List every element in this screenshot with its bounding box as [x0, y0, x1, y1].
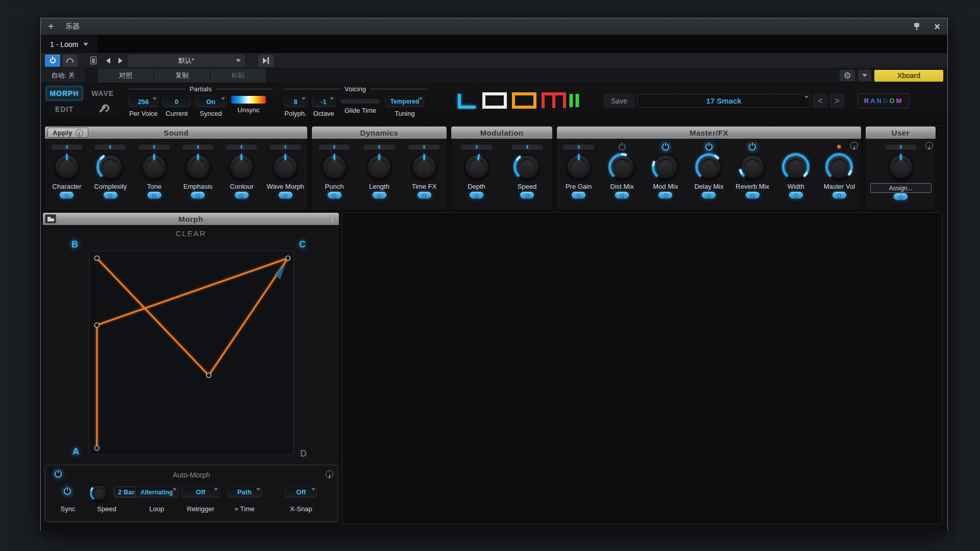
random-button[interactable]: RANDOM: [857, 93, 910, 108]
contour-knob[interactable]: [227, 152, 256, 182]
midi-learn-button[interactable]: [191, 192, 205, 198]
punch-knob[interactable]: [320, 152, 349, 182]
midi-learn-button[interactable]: [615, 192, 629, 198]
midi-learn-button[interactable]: [832, 192, 846, 198]
midi-learn-button[interactable]: [572, 192, 585, 198]
daw-preset-dropdown[interactable]: 默认*: [128, 55, 245, 67]
info-icon[interactable]: [329, 215, 336, 222]
dist-power-button[interactable]: [619, 143, 626, 151]
midi-learn-button[interactable]: [148, 192, 161, 198]
midi-learn-button[interactable]: [470, 192, 483, 198]
tab-morph[interactable]: MORPH: [46, 86, 83, 101]
length-range-slider[interactable]: [363, 144, 396, 150]
mod-power-button[interactable]: [662, 143, 669, 151]
sync-power-button[interactable]: [64, 488, 71, 495]
preset-list-button[interactable]: [86, 55, 101, 67]
midi-learn-button[interactable]: [520, 192, 534, 198]
octave-dropdown[interactable]: -1: [312, 96, 335, 107]
midi-learn-button[interactable]: [235, 192, 249, 198]
next-preset-button[interactable]: [115, 55, 126, 67]
depth-range-slider[interactable]: [460, 144, 493, 150]
emphasis-knob[interactable]: [183, 152, 213, 182]
synced-dropdown[interactable]: On: [195, 96, 227, 107]
event-input-button[interactable]: [62, 55, 78, 67]
mod-speed-range-slider[interactable]: [511, 144, 544, 150]
complexity-range-slider[interactable]: [94, 144, 127, 150]
midi-learn-button[interactable]: [746, 192, 760, 198]
depth-knob[interactable]: [462, 152, 492, 182]
assign-button[interactable]: Assign...: [870, 183, 932, 193]
time-dropdown[interactable]: Path: [227, 487, 262, 497]
instrument-selector[interactable]: 1 - Loom: [41, 35, 97, 53]
retrigger-dropdown[interactable]: Off: [182, 487, 219, 497]
folder-icon[interactable]: [45, 214, 56, 223]
tab-wave[interactable]: WAVE: [84, 86, 121, 101]
pre-gain-knob[interactable]: [564, 152, 594, 182]
user-knob[interactable]: [886, 152, 916, 182]
info-icon[interactable]: [326, 470, 333, 478]
info-icon[interactable]: [850, 142, 858, 149]
automation-button[interactable]: 自动: 关: [41, 68, 86, 83]
dist-mix-knob[interactable]: [607, 152, 637, 182]
tone-range-slider[interactable]: [138, 144, 170, 150]
tab-edit[interactable]: EDIT: [46, 102, 83, 116]
midi-learn-button[interactable]: [373, 192, 386, 198]
emphasis-range-slider[interactable]: [182, 144, 214, 150]
midi-learn-button[interactable]: [894, 193, 908, 200]
window-titlebar[interactable]: + 乐器 ×: [41, 18, 947, 35]
gear-icon[interactable]: ⚙: [840, 70, 855, 81]
user-range-slider[interactable]: [885, 144, 917, 150]
prev-plugin-preset-button[interactable]: <: [813, 94, 827, 108]
midi-learn-button[interactable]: [60, 192, 74, 198]
xboard-button[interactable]: Xboard: [874, 70, 943, 82]
per-voice-dropdown[interactable]: 256: [129, 96, 158, 107]
morph-xy-pad[interactable]: [89, 251, 294, 455]
copy-button[interactable]: 复制: [154, 68, 210, 83]
apply-button[interactable]: Apply: [47, 128, 88, 138]
bypass-power-button[interactable]: [45, 55, 60, 67]
insert-to-track-button[interactable]: [258, 55, 274, 67]
compare-button[interactable]: 对照: [98, 68, 154, 83]
complexity-knob[interactable]: [95, 152, 125, 182]
tone-knob[interactable]: [139, 152, 169, 182]
time-fx-knob[interactable]: [409, 152, 439, 182]
pin-icon[interactable]: [913, 22, 921, 31]
unsync-rainbow-slider[interactable]: [231, 96, 266, 104]
settings-dropdown[interactable]: [858, 70, 871, 81]
loop-dropdown[interactable]: Alternating: [135, 487, 178, 497]
wave-morph-range-slider[interactable]: [269, 144, 302, 150]
delay-power-button[interactable]: [705, 143, 713, 151]
time-fx-range-slider[interactable]: [408, 144, 440, 150]
length-knob[interactable]: [364, 152, 394, 182]
prev-preset-button[interactable]: [103, 55, 113, 67]
punch-range-slider[interactable]: [318, 144, 351, 150]
close-icon[interactable]: ×: [934, 22, 940, 31]
info-icon[interactable]: [925, 142, 933, 149]
width-knob[interactable]: [781, 152, 811, 182]
save-button[interactable]: Save: [604, 94, 634, 108]
morph-speed-knob[interactable]: [89, 483, 109, 503]
glide-time-slider[interactable]: [340, 97, 381, 104]
add-instrument-icon[interactable]: +: [48, 21, 61, 33]
midi-learn-button[interactable]: [789, 192, 803, 198]
reverb-power-button[interactable]: [749, 143, 756, 151]
preset-dropdown[interactable]: 17 Smack: [637, 94, 811, 108]
midi-learn-button[interactable]: [658, 192, 672, 198]
character-knob[interactable]: [52, 152, 82, 182]
midi-learn-button[interactable]: [104, 192, 117, 198]
xsnap-dropdown[interactable]: Off: [285, 487, 317, 497]
midi-learn-button[interactable]: [702, 192, 716, 198]
midi-learn-button[interactable]: [418, 192, 431, 198]
tools-button[interactable]: [84, 102, 121, 116]
next-plugin-preset-button[interactable]: >: [830, 94, 844, 108]
contour-range-slider[interactable]: [225, 144, 258, 150]
reverb-mix-knob[interactable]: [738, 152, 767, 182]
delay-mix-knob[interactable]: [694, 152, 724, 182]
clear-button[interactable]: CLEAR: [43, 229, 339, 238]
pre-gain-range-slider[interactable]: [562, 144, 595, 150]
master-vol-knob[interactable]: [824, 152, 854, 182]
mod-mix-knob[interactable]: [651, 152, 680, 182]
paste-button[interactable]: 粘贴: [210, 68, 266, 83]
midi-learn-button[interactable]: [279, 192, 292, 198]
wave-morph-knob[interactable]: [271, 152, 300, 182]
